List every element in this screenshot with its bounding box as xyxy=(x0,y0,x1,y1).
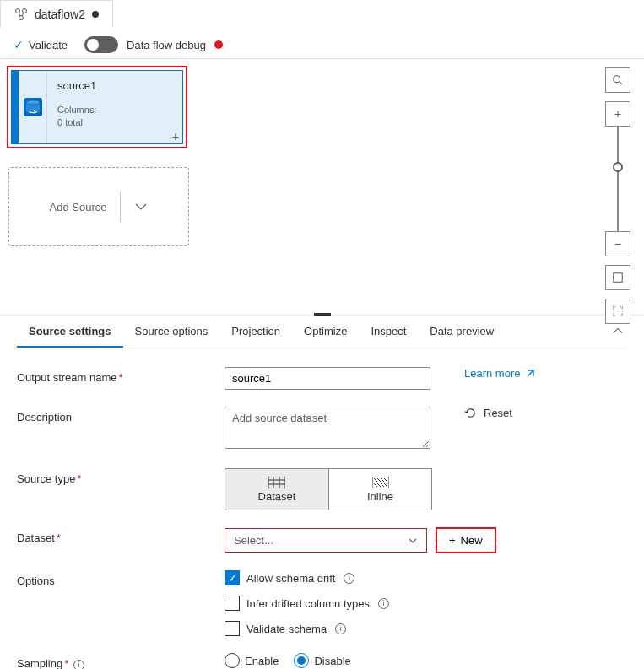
sampling-enable-radio xyxy=(225,653,240,668)
tab-data-preview[interactable]: Data preview xyxy=(418,316,506,348)
info-icon[interactable]: i xyxy=(73,660,84,670)
svg-line-19 xyxy=(384,478,387,482)
source-name: source1 xyxy=(57,79,172,92)
add-step-icon[interactable]: + xyxy=(172,130,179,143)
infer-drifted-label: Infer drifted column types xyxy=(246,597,370,610)
svg-line-20 xyxy=(374,483,377,487)
source-type-group: Dataset Inline xyxy=(225,468,432,510)
new-dataset-button[interactable]: + New xyxy=(437,529,495,552)
learn-more-label: Learn more xyxy=(464,367,520,380)
new-button-label: New xyxy=(461,534,483,547)
source-type-label: Source type xyxy=(17,472,75,485)
source-type-inline-option[interactable]: Inline xyxy=(328,469,431,510)
reset-label: Reset xyxy=(484,407,512,419)
tab-title: dataflow2 xyxy=(35,8,85,21)
sampling-enable-label: Enable xyxy=(245,655,279,667)
tab-projection[interactable]: Projection xyxy=(219,316,292,348)
source-content: source1 Columns: 0 total + xyxy=(47,71,182,143)
output-stream-name-row: Output stream name* Learn more xyxy=(17,367,627,390)
infer-drifted-checkbox-row: Infer drifted column types i xyxy=(225,596,389,611)
validate-schema-checkbox[interactable] xyxy=(225,621,240,636)
inline-option-label: Inline xyxy=(367,490,393,503)
dataflow-canvas[interactable]: source1 Columns: 0 total + Add Source + … xyxy=(0,59,644,316)
zoom-slider[interactable] xyxy=(617,127,619,231)
sampling-row: Sampling* i Enable Disable xyxy=(17,653,627,669)
search-button[interactable] xyxy=(605,67,630,93)
svg-line-18 xyxy=(381,478,384,482)
sampling-disable-radio xyxy=(294,653,309,668)
allow-schema-drift-checkbox-row: ✓ Allow schema drift i xyxy=(225,570,389,585)
source-node-highlight: source1 Columns: 0 total + xyxy=(7,66,187,148)
validate-button[interactable]: ✓ Validate xyxy=(14,38,68,51)
description-input[interactable] xyxy=(225,407,430,449)
required-indicator: * xyxy=(57,531,61,544)
unsaved-indicator-icon xyxy=(92,11,99,18)
sampling-label: Sampling xyxy=(17,657,62,669)
settings-tabs: Source settings Source options Projectio… xyxy=(17,316,627,348)
validate-label: Validate xyxy=(29,39,68,51)
tab-source-settings[interactable]: Source settings xyxy=(17,316,123,348)
checkmark-icon: ✓ xyxy=(14,38,24,51)
svg-point-1 xyxy=(23,9,27,13)
tab-source-options[interactable]: Source options xyxy=(123,316,220,348)
chevron-down-icon[interactable] xyxy=(121,200,148,213)
reset-button[interactable]: Reset xyxy=(464,407,512,419)
tab-inspect[interactable]: Inspect xyxy=(359,316,418,348)
infer-drifted-checkbox[interactable] xyxy=(225,596,240,611)
info-icon[interactable]: i xyxy=(378,598,389,609)
svg-line-8 xyxy=(620,82,623,85)
collapse-panel-button[interactable] xyxy=(612,325,624,337)
panel-resize-handle[interactable] xyxy=(314,313,331,316)
toolbar: ✓ Validate Data flow debug xyxy=(0,28,644,59)
svg-point-7 xyxy=(614,76,620,83)
source-type-row: Source type* Dataset Inline xyxy=(17,468,627,510)
zoom-out-button[interactable]: − xyxy=(605,231,630,256)
svg-point-0 xyxy=(16,9,20,13)
dataflow-debug-label: Data flow debug xyxy=(127,39,206,51)
dataset-option-label: Dataset xyxy=(258,490,296,503)
sampling-enable-option[interactable]: Enable xyxy=(225,653,279,668)
dataset-row: Dataset* Select... + New xyxy=(17,527,627,553)
reset-icon xyxy=(464,407,477,419)
info-icon[interactable]: i xyxy=(335,623,346,634)
chevron-down-icon xyxy=(408,536,418,546)
sampling-disable-option[interactable]: Disable xyxy=(294,653,350,668)
dataflow-icon xyxy=(14,8,28,21)
dataflow-tab[interactable]: dataflow2 xyxy=(0,0,113,28)
svg-line-21 xyxy=(377,483,381,487)
svg-line-16 xyxy=(374,478,377,482)
info-icon[interactable]: i xyxy=(344,573,354,584)
node-accent-bar xyxy=(12,71,19,143)
add-source-button[interactable]: Add Source xyxy=(8,167,189,246)
svg-rect-9 xyxy=(614,273,623,283)
required-indicator: * xyxy=(77,472,81,485)
zoom-in-button[interactable]: + xyxy=(605,101,630,127)
add-source-label: Add Source xyxy=(50,201,121,213)
source-type-dataset-option[interactable]: Dataset xyxy=(225,469,328,510)
external-link-icon xyxy=(525,369,535,379)
tab-optimize[interactable]: Optimize xyxy=(292,316,359,348)
learn-more-link[interactable]: Learn more xyxy=(464,367,535,380)
settings-panel: Source settings Source options Projectio… xyxy=(0,316,644,669)
allow-schema-drift-label: Allow schema drift xyxy=(246,572,335,585)
zoom-slider-handle[interactable] xyxy=(613,162,623,172)
database-icon xyxy=(24,98,42,116)
dataset-select[interactable]: Select... xyxy=(225,528,427,553)
dataset-select-placeholder: Select... xyxy=(234,534,273,547)
options-label: Options xyxy=(17,575,55,587)
dataset-label: Dataset xyxy=(17,531,55,544)
fit-to-screen-button[interactable] xyxy=(605,265,630,290)
dataset-icon xyxy=(268,477,285,488)
debug-status-icon xyxy=(214,40,223,49)
output-stream-label: Output stream name xyxy=(17,371,117,384)
output-stream-input[interactable] xyxy=(225,367,430,390)
svg-rect-10 xyxy=(268,477,285,488)
description-label: Description xyxy=(17,411,72,424)
inline-icon xyxy=(372,477,389,488)
allow-schema-drift-checkbox[interactable]: ✓ xyxy=(225,570,240,585)
zoom-controls: + − xyxy=(605,67,630,324)
dataflow-debug-toggle[interactable] xyxy=(84,36,118,53)
source-node[interactable]: source1 Columns: 0 total + xyxy=(11,70,183,144)
svg-line-3 xyxy=(19,13,20,16)
dataflow-debug-toggle-container: Data flow debug xyxy=(84,36,223,53)
